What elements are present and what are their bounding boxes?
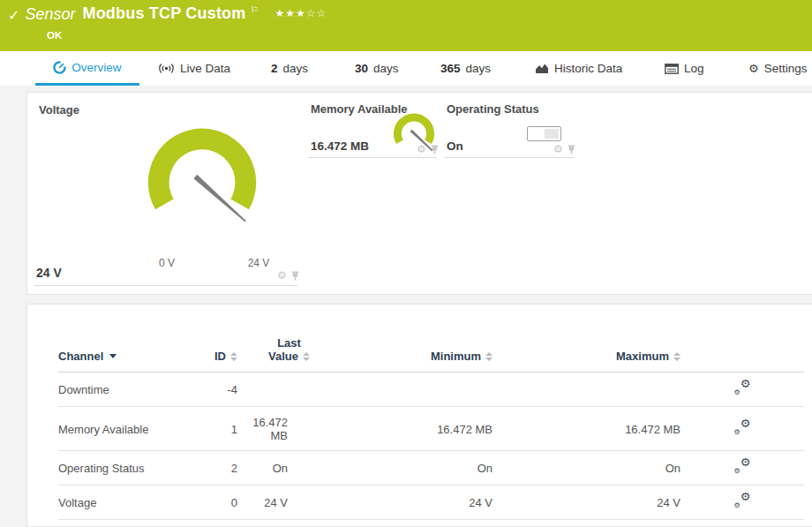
voltage-gauge [127,111,277,246]
gauge-icon [53,61,66,74]
tab-2-days[interactable]: 2 days [271,51,308,86]
pin-icon[interactable] [431,145,439,154]
tab-label: Settings [764,62,808,75]
channel-last-value: 24 V [237,486,288,520]
voltage-gauge-title: Voltage [39,103,79,117]
channel-settings-icon[interactable]: ⚙⚙ [734,460,751,474]
sensor-kind-label: Sensor [25,5,75,24]
tab-label: Log [684,62,704,75]
stars-filled: ★★★ [274,7,305,19]
column-header-actions [680,336,804,373]
channel-settings-icon[interactable]: ⚙⚙ [734,421,751,435]
channel-minimum: 24 V [288,486,492,520]
table-row: Operating Status 2 On On On ⚙⚙ [58,451,804,486]
sort-icon [230,352,237,361]
tab-label: Historic Data [554,62,622,75]
sort-icon [485,352,492,361]
column-label: Maximum [616,350,669,363]
column-label: Value [268,350,298,363]
channel-minimum: On [288,451,492,486]
channel-maximum [492,373,680,407]
gear-large-icon: ⚙ [741,418,751,429]
tab-bar: Overview Live Data 2 days 30 days 365 da… [0,51,812,86]
memory-card-icons: ⚙ [417,144,439,154]
tab-label: days [373,62,399,75]
channel-name: Downtime [58,373,199,407]
channel-maximum: 16.472 MB [492,407,680,451]
table-row: Downtime -4 ⚙⚙ [58,373,804,407]
operating-status-title: Operating Status [447,102,539,116]
tab-label: days [283,62,309,75]
tab-live-data[interactable]: Live Data [158,51,230,86]
tab-settings[interactable]: ⚙ Settings [748,51,807,86]
sensor-title: Modbus TCP Custom [82,4,245,23]
operating-card-icons: ⚙ [553,144,575,154]
tab-overview[interactable]: Overview [35,51,139,86]
operating-status-value: On [447,139,463,153]
log-icon [665,64,679,74]
gear-large-icon: ⚙ [741,378,751,389]
column-header-minimum[interactable]: Minimum [288,336,492,373]
gear-small-icon: ⚙ [734,429,741,436]
memory-card-divider [308,157,437,158]
sensor-header: ✓ Sensor Modbus TCP Custom ⚐ ★★★☆☆ OK [0,0,812,51]
operating-status-toggle [527,126,561,141]
tab-label: Live Data [180,62,230,75]
sort-desc-icon [109,354,117,358]
voltage-card-icons: ⚙ [277,270,299,281]
channel-minimum: 16.472 MB [288,407,492,451]
sort-icon [673,352,680,361]
column-header-last-value[interactable]: Last Value [237,336,288,373]
channel-maximum: On [492,451,680,486]
voltage-gauge-max-label: 24 V [248,257,270,269]
status-badge: OK [47,30,62,41]
channels-panel: Channel ID Last Value Minimum Maximum [26,304,812,527]
channel-id: 1 [199,407,237,451]
voltage-gauge-min-label: 0 V [159,257,175,269]
tab-number: 30 [355,62,368,75]
operating-card-divider [445,157,574,158]
gear-small-icon: ⚙ [734,389,741,396]
gauge-settings-icon[interactable]: ⚙ [277,270,287,281]
area-chart-icon [535,63,549,74]
gear-large-icon: ⚙ [741,491,751,502]
pin-icon[interactable] [568,145,575,154]
channel-settings-icon[interactable]: ⚙⚙ [734,381,751,395]
column-header-channel[interactable]: Channel [58,336,199,373]
toggle-knob [545,129,559,139]
memory-value: 16.472 MB [311,139,369,153]
channel-id: 0 [199,486,237,520]
sort-icon [303,352,310,361]
tab-365-days[interactable]: 365 days [440,51,491,86]
flag-icon[interactable]: ⚐ [251,4,259,16]
channel-name: Operating Status [58,451,199,486]
column-header-maximum[interactable]: Maximum [492,336,680,373]
column-label: Last [277,336,301,350]
column-label: Channel [58,350,103,363]
table-row: Voltage 0 24 V 24 V 24 V ⚙⚙ [58,486,804,520]
gauge-settings-icon[interactable]: ⚙ [417,144,426,154]
gear-icon: ⚙ [748,62,759,75]
channel-name: Voltage [58,486,199,520]
channel-last-value: 16.472 MB [237,407,288,451]
gauge-settings-icon[interactable]: ⚙ [553,144,563,154]
channel-table: Channel ID Last Value Minimum Maximum [58,336,804,520]
voltage-value: 24 V [36,266,62,280]
column-label: ID [214,350,226,363]
channel-last-value: On [237,451,288,486]
tab-30-days[interactable]: 30 days [355,51,399,86]
column-header-id[interactable]: ID [199,336,237,373]
tab-label: Overview [71,61,121,74]
table-row: Memory Available 1 16.472 MB 16.472 MB 1… [58,407,804,451]
gear-small-icon: ⚙ [734,468,741,475]
channel-name: Memory Available [58,407,199,451]
tab-historic-data[interactable]: Historic Data [535,51,622,86]
table-header-row: Channel ID Last Value Minimum Maximum [58,336,804,373]
channel-settings-icon[interactable]: ⚙⚙ [734,494,751,508]
priority-stars[interactable]: ★★★☆☆ [274,7,327,19]
tab-log[interactable]: Log [665,51,704,86]
gear-small-icon: ⚙ [734,502,741,509]
voltage-card-divider [34,285,297,286]
pin-icon[interactable] [291,271,299,281]
tab-number: 2 [271,62,278,75]
